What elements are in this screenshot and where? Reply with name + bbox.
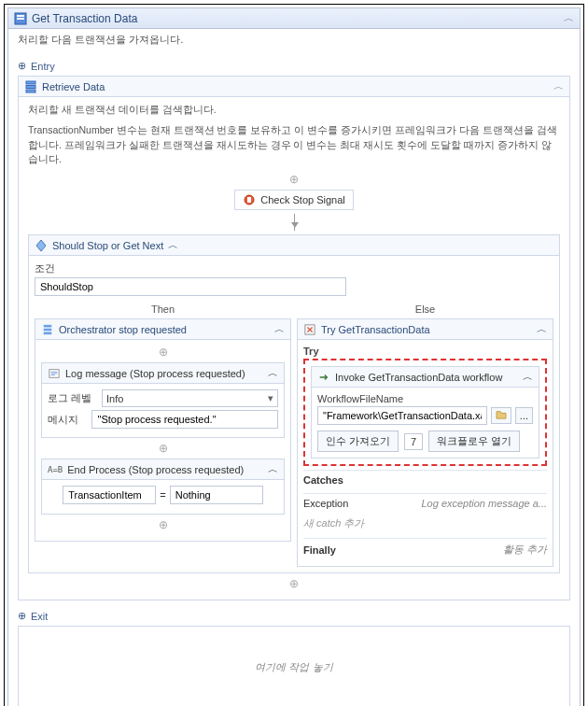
if-activity: Should Stop or Get Next ︿ 조건 Then [28,234,560,573]
browse-button[interactable]: ... [515,407,533,424]
if-icon [35,239,48,252]
entry-section[interactable]: ⊕ Entry [18,60,570,72]
else-label: Else [297,300,553,318]
finally-section[interactable]: Finally 활동 추가 [303,538,547,560]
then-branch: Orchestrator stop requested ︿ ⊕ Log mess… [35,318,291,542]
collapse-icon[interactable]: ︿ [268,462,278,476]
try-catch-icon [303,323,316,336]
args-count: 7 [404,433,423,450]
assign-activity[interactable]: A=B End Process (Stop process requested)… [41,459,285,515]
state-icon [14,12,27,25]
svg-rect-8 [44,324,52,327]
retrieve-desc1: 처리할 새 트랜잭션 데이터를 검색합니다. [28,103,560,118]
svg-rect-4 [26,85,35,88]
collapse-icon[interactable]: ︿ [523,370,533,384]
get-transaction-panel: Get Transaction Data ︿ 처리할 다음 트랜잭션을 가져옵니… [7,7,581,706]
collapse-icon[interactable]: ︿ [564,11,574,25]
highlighted-region: Invoke GetTransactionData workflow ︿ Wor… [303,359,547,466]
open-workflow-button[interactable]: 워크플로우 열기 [428,431,520,452]
invoke-icon [317,371,330,384]
retrieve-title: Retrieve Data [42,81,105,92]
collapse-icon[interactable]: ︿ [168,238,178,252]
panel-header: Get Transaction Data ︿ [8,8,580,29]
retrieve-data-box: Retrieve Data ︿ 처리할 새 트랜잭션 데이터를 검색합니다. T… [18,76,570,600]
folder-icon[interactable] [491,407,511,424]
else-branch: Try GetTransactionData ︿ Try [297,318,553,567]
sequence-icon [41,323,54,336]
svg-rect-1 [17,15,24,17]
collapse-icon[interactable]: ︿ [553,79,564,93]
add-activity-button[interactable]: ⊕ [28,577,560,590]
assign-icon: A=B [48,465,63,474]
log-message-activity[interactable]: Log message (Stop process requested) ︿ 로… [41,362,285,438]
add-activity-button[interactable]: ⊕ [41,346,285,359]
assign-left-input[interactable] [63,486,156,504]
expand-icon: ⊕ [18,610,26,622]
workflow-file-input[interactable] [317,406,487,425]
then-label: Then [35,300,291,318]
svg-rect-10 [44,332,52,334]
log-icon [48,367,61,380]
sequence-icon [24,80,37,93]
svg-rect-9 [44,328,52,331]
panel-subtitle: 처리할 다음 트랜잭션을 가져옵니다. [8,29,580,52]
catches-section[interactable]: Catches [303,470,547,489]
collapse-icon[interactable]: ︿ [274,322,285,336]
expand-icon: ⊕ [18,60,26,72]
check-stop-node[interactable]: Check Stop Signal [234,190,354,210]
condition-label: 조건 [35,261,553,275]
add-activity-button[interactable]: ⊕ [41,442,285,455]
log-level-select[interactable]: Info ▾ [102,389,278,407]
activity-icon [243,193,256,206]
chevron-down-icon: ▾ [268,392,273,404]
assign-right-input[interactable] [170,486,263,504]
svg-rect-2 [17,18,24,20]
svg-rect-7 [247,197,251,203]
collapse-icon[interactable]: ︿ [268,366,278,380]
try-label: Try [303,346,547,357]
add-activity-button[interactable]: ⊕ [41,518,285,531]
svg-rect-3 [26,81,35,84]
if-title: Should Stop or Get Next [52,240,163,251]
condition-input[interactable] [35,277,346,296]
exception-row[interactable]: Exception Log exception message a... [303,493,547,513]
exit-section[interactable]: ⊕ Exit [18,610,570,622]
add-activity-button[interactable]: ⊕ [28,173,560,186]
invoke-workflow-activity[interactable]: Invoke GetTransactionData workflow ︿ Wor… [311,366,539,459]
svg-rect-5 [26,90,35,92]
retrieve-desc2: TransactionNumber 변수는 현재 트랜잭션 번호를 보유하고 이… [28,123,560,167]
panel-title: Get Transaction Data [32,12,137,25]
arrow-down-icon [294,214,295,231]
import-args-button[interactable]: 인수 가져오기 [317,431,399,452]
drop-zone[interactable]: 여기에 작업 놓기 [18,626,570,706]
add-catch-link[interactable]: 새 catch 추가 [303,513,547,534]
collapse-icon[interactable]: ︿ [537,322,547,336]
log-message-input[interactable] [91,410,278,429]
